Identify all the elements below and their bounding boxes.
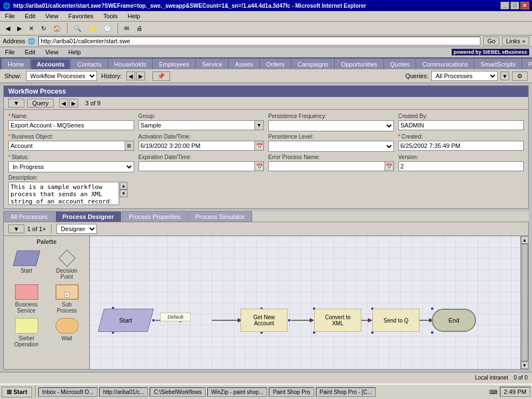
history-button[interactable]: 🕐 [101,23,114,34]
activation-cal-btn[interactable]: 📅 [255,141,264,151]
activation-input[interactable] [139,141,255,151]
tab-process-simulator[interactable]: Process Simulator [188,211,252,222]
node-get-new-account[interactable]: Get NewAccount [241,309,288,332]
error-process-btn[interactable]: 📅 [385,161,394,171]
business-object-lookup-btn[interactable]: ⊞ [125,141,134,151]
taskbar-inbox[interactable]: Inbox - Microsoft O... [38,387,98,397]
persistence-freq-select-input[interactable] [268,120,394,131]
scroll-track[interactable] [521,244,528,361]
taskbar-paintshop[interactable]: Paint Shop Pro [269,387,314,397]
menu-file[interactable]: File [3,12,17,20]
error-process-input[interactable] [268,161,385,171]
home-button[interactable]: 🏠 [50,23,64,34]
taskbar-paintshop2[interactable]: Paint Shop Pro - [C... [316,387,376,397]
menu-edit[interactable]: Edit [23,12,38,20]
print-button[interactable]: 🖨 [134,23,145,33]
app-menu-edit[interactable]: Edit [23,48,38,56]
menu-tools[interactable]: Tools [101,12,120,20]
taskbar-ie[interactable]: http://ariba01/c... [99,387,149,397]
next-record[interactable]: ▶ [69,99,78,108]
created-by-input[interactable] [398,120,524,130]
tab-campaigns[interactable]: Campaigns [291,59,335,69]
palette-siebel[interactable]: SiebelOperation [8,318,44,347]
app-menu-file[interactable]: File [3,48,17,56]
name-input[interactable] [8,120,134,130]
created-input[interactable] [398,141,524,151]
minimize-button[interactable]: _ [500,2,509,9]
description-textarea[interactable]: This is a sample workflow process that s… [8,182,119,205]
tab-home[interactable]: Home [2,59,30,69]
status-select-input[interactable]: In Progress [8,161,134,172]
persistence-level-select-input[interactable] [268,141,394,152]
queries-options[interactable]: ⚙ [512,71,528,81]
group-lookup-btn[interactable]: ▼ [255,120,264,130]
tab-process-designer[interactable]: Process Designer [55,211,121,222]
desc-scroll-up[interactable]: ▲ [120,182,127,190]
node-start[interactable]: Start [98,309,154,332]
tab-process-properties[interactable]: Process Properties [122,211,188,222]
history-back[interactable]: ◀ [126,71,135,80]
palette-subprocess[interactable]: + SubProcess [49,284,85,314]
queries-arrow[interactable]: ▼ [500,71,509,80]
back-button[interactable]: ◀ [3,23,13,34]
bookmark-button[interactable]: 📌 [152,71,170,81]
app-menu-help[interactable]: Help [66,48,83,56]
tab-accounts[interactable]: Accounts [30,59,70,69]
taskbar-workflows[interactable]: C:\SiebelWorkflows [150,387,206,397]
business-object-input[interactable] [8,141,125,151]
tab-all-processes[interactable]: All Processes [3,211,55,222]
stop-button[interactable]: ✕ [26,23,37,34]
history-forward[interactable]: ▶ [136,71,145,80]
mail-button[interactable]: ✉ [121,23,132,34]
group-input[interactable] [139,120,255,130]
favorites-button[interactable]: ⭐ [86,23,99,34]
tab-service[interactable]: Service [196,59,228,69]
tab-households[interactable]: Households [108,59,152,69]
palette-decision[interactable]: DecisionPoint [49,250,85,280]
app-menu-view[interactable]: View [43,48,61,56]
tab-contacts[interactable]: Contacts [71,59,107,69]
go-button[interactable]: Go [483,37,499,45]
menu-favorites[interactable]: Favorites [66,12,95,20]
tab-employees[interactable]: Employees [153,59,195,69]
show-select[interactable]: Workflow Processes [26,71,97,81]
queries-select[interactable]: All Processes [431,71,498,81]
tab-communications[interactable]: Communications [416,59,474,69]
maximize-button[interactable]: □ [510,2,519,9]
title-bar: 🌐 http://ariba01/callcenter/start.swe?SW… [0,0,532,11]
node-send-to-q[interactable]: Send to Q [372,309,420,332]
node-convert-xml[interactable]: Convert toXML [314,309,361,332]
menu-help[interactable]: Help [125,12,142,20]
scroll-up-btn[interactable]: ▲ [521,236,529,244]
designer-nav-btn[interactable]: ▼ [8,224,24,233]
menu-view[interactable]: View [43,12,61,20]
scroll-down-btn[interactable]: ▼ [521,361,529,369]
search-button[interactable]: 🔍 [71,23,84,34]
tab-products[interactable]: Products [522,59,532,69]
canvas-area[interactable]: Start Default Get NewAccount Convert toX… [90,236,528,369]
taskbar-winzip[interactable]: WinZip - paint shop... [207,387,267,397]
version-input[interactable] [398,161,524,171]
expiration-cal-btn[interactable]: 📅 [255,161,264,171]
refresh-button[interactable]: ↻ [38,23,49,34]
expiration-input[interactable] [139,161,255,171]
tab-assets[interactable]: Assets [229,59,259,69]
tab-orders[interactable]: Orders [260,59,291,69]
tab-opportunities[interactable]: Opportunities [335,59,383,69]
close-button[interactable]: ✕ [520,2,529,9]
query-button[interactable]: Query [27,99,54,108]
node-end[interactable]: End [432,309,476,332]
tab-smartscripts[interactable]: SmartScripts [474,59,521,69]
tab-quotes[interactable]: Quotes [384,59,416,69]
palette-start[interactable]: Start [8,250,44,280]
palette-wait[interactable]: Wait [49,318,85,347]
prev-record[interactable]: ◀ [59,99,68,108]
new-record-button[interactable]: ▼ [8,99,24,108]
desc-scroll-down[interactable]: ▼ [120,190,127,197]
address-input[interactable] [38,37,480,45]
designer-select[interactable]: Designer [57,224,97,234]
forward-button[interactable]: ▶ [14,23,24,34]
start-button[interactable]: ⊞ Start [2,387,32,397]
links-button[interactable]: Links » [502,37,529,45]
palette-business[interactable]: BusinessService [8,284,44,314]
